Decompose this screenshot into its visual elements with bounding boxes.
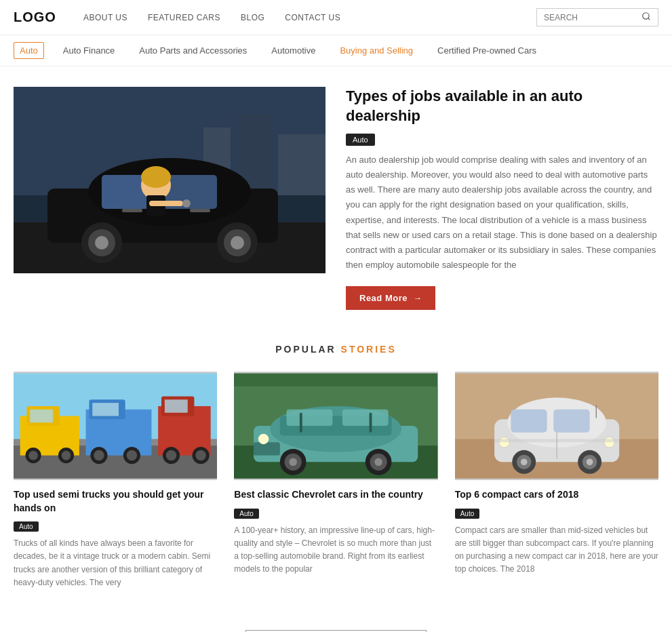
search-box — [536, 8, 658, 26]
featured-content: Types of jobs available in an auto deale… — [346, 87, 658, 310]
svg-rect-37 — [92, 403, 119, 416]
svg-rect-12 — [122, 209, 142, 212]
story-classic-title: Best classic Chevrolet cars in the count… — [234, 488, 437, 502]
logo: LOGO — [14, 9, 56, 25]
svg-rect-23 — [149, 201, 183, 206]
cat-buying[interactable]: Buying and Selling — [334, 43, 418, 58]
featured-article: Types of jobs available in an auto deale… — [0, 66, 672, 330]
svg-point-61 — [290, 458, 298, 466]
popular-stories-section: POPULAR STORIES — [0, 330, 672, 616]
nav-featured[interactable]: FEATURED CARS — [148, 13, 220, 22]
story-trucks-image — [14, 372, 217, 480]
svg-rect-65 — [300, 413, 302, 433]
story-classic-image — [234, 372, 437, 480]
navbar: LOGO ABOUT US FEATURED CARS BLOG CONTACT… — [0, 0, 672, 35]
story-classic-text: A 100-year+ history, an impressive line-… — [234, 524, 437, 576]
arrow-icon: → — [413, 293, 422, 303]
svg-line-1 — [648, 18, 650, 20]
popular-title-part1: POPULAR — [275, 344, 336, 355]
svg-point-77 — [521, 458, 528, 465]
cat-certified[interactable]: Certified Pre-owned Cars — [432, 43, 542, 58]
story-trucks-text: Trucks of all kinds have always been a f… — [14, 537, 217, 589]
search-button[interactable] — [641, 12, 651, 23]
story-compact-text: Compact cars are smaller than mid-sized … — [455, 524, 658, 576]
svg-rect-13 — [190, 209, 210, 212]
stories-grid: Top used semi trucks you should get your… — [14, 372, 658, 589]
category-bar: Auto Auto Finance Auto Parts and Accesso… — [0, 35, 672, 66]
story-trucks: Top used semi trucks you should get your… — [14, 372, 217, 589]
svg-point-24 — [182, 199, 191, 208]
story-classic-badge: Auto — [234, 509, 259, 519]
svg-point-0 — [643, 13, 649, 19]
view-all-section: VIEW ALL POPULAR STORIES — [0, 616, 672, 632]
svg-rect-56 — [342, 410, 389, 426]
nav-contact[interactable]: CONTACT US — [285, 13, 340, 22]
story-compact-title: Top 6 compact cars of 2018 — [455, 488, 658, 502]
read-more-label: Read More — [359, 293, 408, 303]
svg-rect-55 — [287, 410, 333, 426]
story-trucks-title: Top used semi trucks you should get your… — [14, 488, 217, 515]
svg-point-32 — [28, 451, 38, 460]
cat-parts[interactable]: Auto Parts and Accessories — [134, 43, 252, 58]
nav-links: ABOUT US FEATURED CARS BLOG CONTACT US — [83, 13, 536, 22]
story-classic: Best classic Chevrolet cars in the count… — [234, 372, 437, 589]
search-icon — [641, 12, 651, 21]
story-compact: Top 6 compact cars of 2018 Auto Compact … — [455, 372, 658, 589]
svg-point-39 — [94, 450, 104, 461]
cat-automotive[interactable]: Automotive — [266, 43, 321, 58]
popular-title-part2: STORIES — [341, 344, 397, 355]
car-image — [14, 87, 325, 273]
svg-point-41 — [127, 450, 138, 461]
cat-auto[interactable]: Auto — [14, 42, 44, 59]
story-compact-image — [455, 372, 658, 480]
search-input[interactable] — [544, 13, 641, 22]
svg-rect-71 — [511, 410, 547, 433]
svg-rect-44 — [165, 399, 188, 412]
popular-title: POPULAR STORIES — [14, 344, 658, 355]
featured-image — [14, 87, 325, 273]
story-trucks-badge: Auto — [14, 521, 39, 532]
svg-rect-6 — [278, 134, 325, 195]
svg-point-48 — [195, 450, 206, 461]
featured-title: Types of jobs available in an auto deale… — [346, 87, 658, 125]
svg-point-16 — [95, 236, 108, 250]
svg-point-22 — [141, 166, 171, 188]
svg-point-80 — [586, 458, 593, 465]
nav-about[interactable]: ABOUT US — [83, 13, 127, 22]
svg-rect-30 — [30, 410, 53, 422]
svg-point-19 — [231, 236, 244, 250]
nav-blog[interactable]: BLOG — [241, 13, 264, 22]
svg-rect-66 — [370, 413, 372, 433]
svg-point-46 — [166, 450, 177, 461]
story-compact-badge: Auto — [455, 509, 480, 519]
cat-finance[interactable]: Auto Finance — [58, 43, 121, 58]
featured-badge: Auto — [346, 134, 375, 146]
svg-point-58 — [258, 434, 269, 445]
featured-body: An auto dealership job would comprise de… — [346, 153, 658, 273]
svg-rect-57 — [254, 442, 280, 455]
read-more-button[interactable]: Read More → — [346, 286, 435, 310]
svg-rect-72 — [553, 410, 589, 433]
svg-point-34 — [62, 451, 71, 460]
svg-point-64 — [375, 458, 383, 466]
